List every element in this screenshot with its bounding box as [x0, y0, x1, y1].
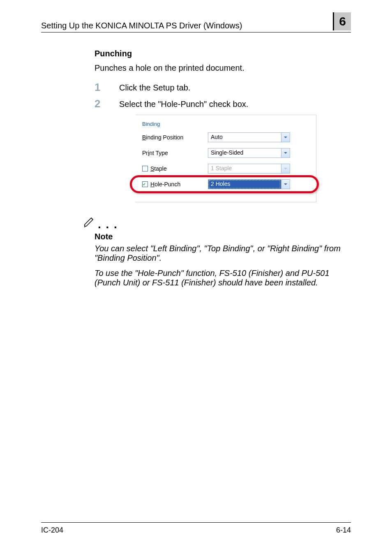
print-type-value: Single-Sided	[208, 148, 281, 158]
binding-position-label: Binding Position	[142, 134, 208, 141]
binding-position-value: Auto	[208, 132, 281, 142]
page-footer: IC-204 6-14	[41, 522, 351, 535]
binding-group: Binding Binding Position Auto Print T	[136, 115, 316, 202]
page: Setting Up the KONICA MINOLTA PS Driver …	[0, 0, 392, 556]
step-2-text: Select the "Hole-Punch" check box.	[119, 98, 248, 109]
print-type-label: Print Type	[142, 150, 208, 156]
footer-right: 6-14	[336, 526, 351, 535]
binding-group-label: Binding	[142, 121, 309, 127]
screenshot: Binding Binding Position Auto Print T	[136, 115, 351, 202]
step-1-text: Click the Setup tab.	[119, 82, 190, 93]
staple-row: Staple 1 Staple	[142, 162, 309, 175]
note-paragraph-1: You can select "Left Binding", "Top Bind…	[95, 244, 351, 263]
note-paragraph-2: To use the "Hole-Punch" function, FS-510…	[95, 269, 351, 287]
content: Punching Punches a hole on the printed d…	[41, 32, 351, 287]
ellipsis-icon: . . .	[98, 219, 118, 230]
chevron-down-icon	[281, 148, 290, 158]
note-icon-row: . . .	[82, 215, 351, 230]
chevron-down-icon	[281, 179, 290, 189]
staple-value: 1 Staple	[208, 164, 281, 174]
hole-punch-select[interactable]: 2 Holes	[208, 179, 290, 189]
footer-left: IC-204	[41, 526, 63, 535]
staple-select: 1 Staple	[208, 164, 290, 174]
page-header: Setting Up the KONICA MINOLTA PS Driver …	[41, 12, 351, 32]
hole-punch-row: Hole-Punch 2 Holes	[142, 178, 309, 190]
print-type-select[interactable]: Single-Sided	[208, 148, 290, 158]
pencil-note-icon	[82, 215, 96, 230]
binding-position-select[interactable]: Auto	[208, 132, 290, 142]
step-1: 1 Click the Setup tab.	[95, 82, 351, 93]
binding-position-row: Binding Position Auto	[142, 131, 309, 144]
hole-punch-checkbox[interactable]	[142, 181, 148, 187]
section-intro: Punches a hole on the printed document.	[95, 63, 351, 73]
header-title: Setting Up the KONICA MINOLTA PS Driver …	[41, 21, 242, 30]
hole-punch-value: 2 Holes	[208, 179, 281, 189]
note: . . . Note You can select "Left Binding"…	[82, 215, 351, 287]
section-heading: Punching	[95, 49, 351, 58]
step-1-number: 1	[95, 82, 104, 93]
staple-checkbox[interactable]	[142, 166, 148, 171]
staple-label[interactable]: Staple	[142, 165, 208, 172]
step-2: 2 Select the "Hole-Punch" check box.	[95, 98, 351, 109]
hole-punch-label[interactable]: Hole-Punch	[142, 181, 208, 188]
chevron-down-icon	[281, 164, 290, 174]
chapter-badge: 6	[333, 12, 351, 30]
chevron-down-icon	[281, 132, 290, 142]
print-type-row: Print Type Single-Sided	[142, 147, 309, 159]
step-2-number: 2	[95, 98, 104, 109]
note-heading: Note	[95, 232, 351, 241]
